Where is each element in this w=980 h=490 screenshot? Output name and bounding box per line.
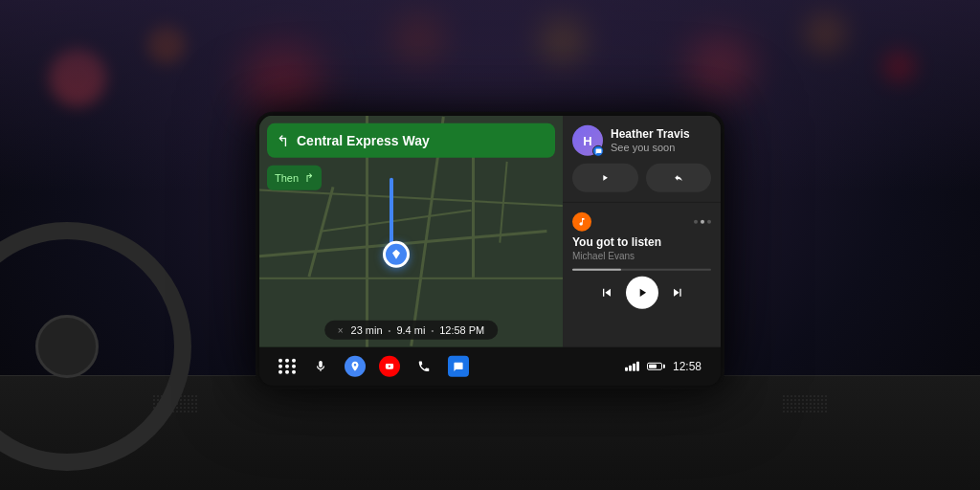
nav-pin-circle xyxy=(383,241,410,268)
message-actions xyxy=(572,164,711,192)
music-controls xyxy=(572,276,711,308)
battery-icon xyxy=(647,363,665,370)
nav-street-name: Central Express Way xyxy=(297,133,546,148)
status-time: 12:58 xyxy=(673,360,702,373)
then-arrow-icon: ↱ xyxy=(304,171,314,185)
eta-duration: 23 min xyxy=(351,324,383,336)
music-progress-fill xyxy=(572,268,621,270)
status-bar: 12:58 xyxy=(259,347,721,386)
play-pause-button[interactable] xyxy=(626,276,658,308)
speaker-right xyxy=(783,395,827,412)
signal-icon xyxy=(625,362,639,371)
next-track-button[interactable] xyxy=(670,284,685,300)
eta-time: 12:58 PM xyxy=(439,324,484,336)
reply-message-button[interactable] xyxy=(646,164,712,192)
music-dot-3 xyxy=(707,220,711,224)
message-card: H Heather Travis See you soon xyxy=(563,116,721,203)
maps-app-icon[interactable] xyxy=(345,356,366,377)
screen-bezel: ↰ Central Express Way Then ↱ × 23 min • … xyxy=(256,112,724,390)
navigation-panel[interactable]: ↰ Central Express Way Then ↱ × 23 min • … xyxy=(259,116,563,347)
music-dots xyxy=(694,220,711,224)
status-right: 12:58 xyxy=(625,360,702,373)
right-panel: H Heather Travis See you soon xyxy=(563,116,721,347)
youtube-app-icon[interactable] xyxy=(379,356,400,377)
then-label: Then xyxy=(275,172,299,184)
car-background: ↰ Central Express Way Then ↱ × 23 min • … xyxy=(0,0,980,490)
music-progress-bar[interactable] xyxy=(572,268,711,270)
avatar-initial: H xyxy=(583,133,591,147)
eta-close-icon[interactable]: × xyxy=(338,324,344,335)
song-title: You got to listen xyxy=(572,235,711,251)
screen-content: ↰ Central Express Way Then ↱ × 23 min • … xyxy=(259,116,721,347)
music-header xyxy=(572,212,711,232)
play-message-button[interactable] xyxy=(572,164,638,192)
song-artist: Michael Evans xyxy=(572,250,711,260)
eta-distance: 9.4 mi xyxy=(396,324,425,336)
music-card: You got to listen Michael Evans xyxy=(563,203,721,347)
nav-instruction-bar: ↰ Central Express Way xyxy=(267,123,555,158)
music-dot-2 xyxy=(701,220,704,224)
contact-info: Heather Travis See you soon xyxy=(611,127,690,154)
microphone-button[interactable] xyxy=(310,356,331,377)
then-instruction-bar: Then ↱ xyxy=(267,166,322,190)
message-preview: See you soon xyxy=(611,141,690,153)
phone-app-icon[interactable] xyxy=(413,356,434,377)
eta-bar: × 23 min • 9.4 mi • 12:58 PM xyxy=(324,321,499,340)
previous-track-button[interactable] xyxy=(599,284,614,300)
app-grid-icon[interactable] xyxy=(278,359,297,374)
app-shortcuts xyxy=(278,356,469,377)
avatar-badge xyxy=(592,145,604,157)
navigation-pin xyxy=(383,241,410,268)
eta-separator-2: • xyxy=(431,325,434,334)
contact-name: Heather Travis xyxy=(611,127,690,141)
nav-turn-arrow: ↰ xyxy=(277,131,289,149)
messages-app-icon[interactable] xyxy=(448,356,469,377)
eta-separator-1: • xyxy=(389,325,391,334)
music-app-icon xyxy=(572,212,591,232)
android-auto-screen: ↰ Central Express Way Then ↱ × 23 min • … xyxy=(259,116,721,386)
message-header: H Heather Travis See you soon xyxy=(572,125,711,156)
contact-avatar: H xyxy=(572,125,603,156)
music-dot-1 xyxy=(694,220,698,224)
